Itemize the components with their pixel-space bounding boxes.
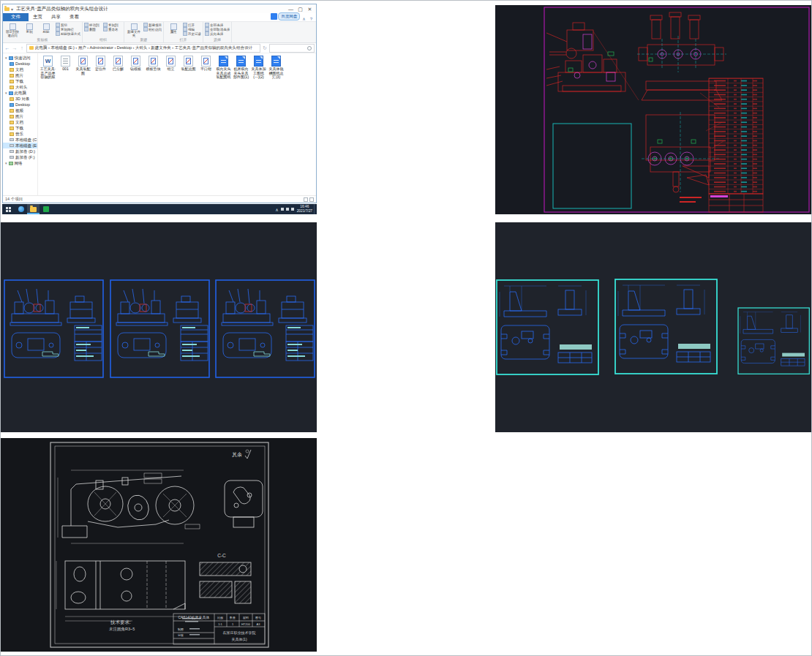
ribbon-button-label: 新建文件夹 [126, 31, 142, 37]
file-item[interactable]: 双向夹头夹具总成装配图纸(1) [215, 56, 232, 80]
file-item[interactable]: 夹具装配图 [75, 56, 91, 75]
back-icon[interactable]: ← [4, 45, 10, 50]
sidebar-item[interactable]: 3D 对象 [3, 96, 37, 102]
close-button[interactable]: ✕ [305, 5, 315, 13]
file-item[interactable]: 夹具体加工图纸(一)(2) [250, 56, 267, 80]
sidebar-item-icon [10, 97, 14, 101]
volume-tray-icon[interactable] [286, 208, 289, 211]
ribbon-button[interactable]: 复制 [21, 23, 37, 37]
sidebar-section-this-pc[interactable]: 此电脑 [3, 90, 37, 96]
sidebar-item[interactable]: 文档 [3, 119, 37, 125]
thumbnails-view-icon[interactable] [309, 197, 314, 202]
file-item[interactable]: 装配总图 [180, 56, 197, 72]
sidebar-item-label: 音乐 [15, 132, 23, 137]
file-item[interactable]: 平口钳 [198, 56, 214, 72]
minimize-button[interactable]: — [286, 5, 296, 13]
quick-access-toolbar[interactable]: ▾ [4, 7, 13, 12]
file-item[interactable]: 机床双向夹头夹具部件图(1) [233, 56, 249, 80]
ribbon-group-organize: 移动到复制到删除重命名 组织 [83, 22, 124, 42]
file-name: 组立 [162, 67, 179, 72]
sidebar-item[interactable]: 音乐 [3, 131, 37, 137]
file-item[interactable]: 横板垫块 [145, 56, 162, 72]
taskbar-explorer-button[interactable] [27, 204, 40, 214]
collapse-ribbon-icon[interactable]: ∧ [300, 16, 307, 21]
up-icon[interactable]: ↑ [19, 45, 25, 50]
ribbon-button[interactable]: 反向选择 [205, 31, 230, 36]
sidebar-item[interactable]: 视频 [3, 108, 37, 113]
sidebar-section-quick-access[interactable]: 快速访问 [3, 55, 37, 61]
file-item[interactable]: 夹具体铣槽图纸总汇(3) [268, 56, 285, 80]
sidebar-item-label: 新加卷 (D:) [15, 149, 35, 154]
ribbon-button[interactable]: 固定到快速访问 [4, 23, 20, 37]
ribbon-button-icon [43, 23, 50, 30]
quick-access-list: Desktop 文档 图片 [3, 61, 37, 90]
file-icon [43, 56, 53, 67]
sidebar-item[interactable]: 图片 [3, 72, 37, 78]
tab-view[interactable]: 查看 [65, 13, 83, 21]
ribbon-button-label: 删除 [89, 28, 96, 31]
ribbon-button[interactable]: 属性 [165, 23, 181, 34]
taskbar-green-app-button[interactable] [40, 204, 52, 214]
ribbon-button[interactable]: 粘贴 [38, 23, 54, 37]
cad-part-drawing-panel: 其余 [1, 438, 317, 652]
file-name: 钻模板 [127, 67, 144, 72]
tab-share[interactable]: 共享 [47, 13, 65, 21]
cloud-promo-button[interactable]: 百度网盘 [271, 12, 300, 20]
ribbon-button[interactable]: 新建文件夹 [126, 23, 142, 37]
file-item[interactable]: 001 [57, 56, 74, 72]
file-name: 夹具体铣槽图纸总汇(3) [268, 67, 285, 80]
browser-icon [18, 206, 24, 212]
maximize-button[interactable]: ▢ [296, 5, 305, 13]
svg-text:A3: A3 [257, 622, 261, 626]
breadcrumb[interactable]: 此电脑 › 本地磁盘 (E:) › 用户 › Administrator › D… [26, 44, 260, 53]
file-item[interactable]: 钻模板 [127, 56, 144, 72]
sidebar-item[interactable]: 本地磁盘 (C:) [3, 137, 37, 143]
ribbon-button[interactable]: 重命名 [103, 27, 122, 31]
sidebar-item-icon [10, 86, 14, 89]
tray-caret-icon[interactable]: ∧ [275, 207, 278, 212]
ribbon-button-label: 打开 [188, 23, 195, 27]
sidebar-item[interactable]: 大砖头 [3, 84, 37, 90]
details-view-icon[interactable] [304, 197, 308, 202]
sidebar-item[interactable]: 下载 [3, 78, 37, 84]
qat-dropdown-icon[interactable]: ▾ [11, 7, 13, 12]
ime-tray-icon[interactable] [291, 208, 294, 211]
file-item[interactable]: 定位件 [92, 56, 109, 72]
network-tray-icon[interactable] [281, 208, 284, 211]
tab-file[interactable]: 文件 [3, 13, 29, 21]
forward-icon[interactable]: → [12, 45, 18, 50]
sidebar-item[interactable]: Desktop [3, 102, 37, 108]
sidebar-item[interactable]: 本地磁盘 (E:) [3, 143, 37, 148]
taskbar-clock[interactable]: 16:46 2021/7/27 [296, 205, 314, 213]
ribbon-button[interactable]: 轻松访问 [143, 27, 162, 31]
ribbon-button[interactable]: 历史记录 [183, 31, 201, 36]
file-item[interactable]: 工艺夹具·盖产品类似轴的双向夹头组合设计说明书 [40, 56, 56, 80]
sidebar-item[interactable]: Desktop [3, 61, 37, 67]
ribbon-button-label: 重命名 [108, 28, 119, 31]
sidebar-section-network[interactable]: 网络 [3, 160, 37, 166]
sidebar-item[interactable]: 下载 [3, 125, 37, 131]
taskbar-browser-button[interactable] [15, 204, 27, 214]
ribbon-button[interactable]: 粘贴快捷方式 [56, 31, 80, 36]
start-button[interactable] [2, 204, 15, 214]
refresh-icon[interactable]: ↻ [262, 45, 268, 51]
ribbon-button-label: 粘贴快捷方式 [61, 32, 80, 36]
svg-text:C-C: C-C [217, 553, 226, 558]
svg-text:1:1: 1:1 [218, 622, 222, 626]
sidebar-item[interactable]: 新加卷 (D:) [3, 148, 37, 154]
sidebar-item[interactable]: 新加卷 (F:) [3, 154, 37, 160]
ribbon-button[interactable]: 删除 [84, 27, 103, 31]
file-item[interactable]: 已分解 [110, 56, 127, 72]
tab-home[interactable]: 主页 [29, 13, 47, 21]
file-item[interactable]: 组立 [162, 56, 179, 72]
sidebar-item[interactable]: 文档 [3, 67, 37, 72]
sidebar-item-icon [10, 156, 14, 159]
sidebar-item[interactable]: 图片 [3, 113, 37, 119]
search-input[interactable] [269, 44, 315, 53]
show-desktop-button[interactable] [314, 204, 317, 214]
sidebar-item-label: 新加卷 (F:) [15, 155, 35, 160]
breadcrumb-path: 此电脑 › 本地磁盘 (E:) › 用户 › Administrator › D… [35, 45, 252, 50]
ribbon-button-icon [143, 27, 148, 31]
file-name: 工艺夹具·盖产品类似轴的双向夹头组合设计说明书 [40, 67, 56, 80]
file-explorer-window: ▾ 工艺夹具·盖产品类似轴的双向夹头组合设计 — ▢ ✕ 文件 主页 共享 查看… [2, 4, 317, 203]
